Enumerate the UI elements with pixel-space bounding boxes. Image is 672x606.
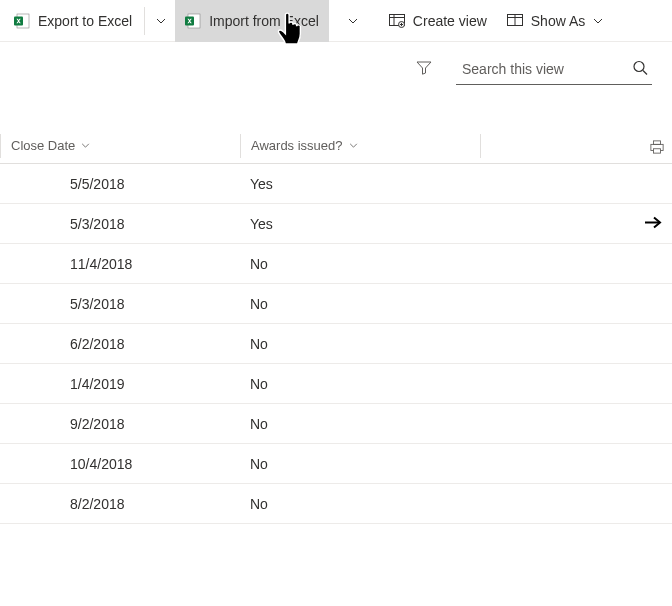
table-row[interactable]: 5/3/2018No xyxy=(0,284,672,324)
create-view-label: Create view xyxy=(413,13,487,29)
column-header-extra xyxy=(480,134,672,158)
cell-close-date: 5/3/2018 xyxy=(0,216,240,232)
cell-close-date: 5/5/2018 xyxy=(0,176,240,192)
table-row[interactable]: 5/5/2018Yes xyxy=(0,164,672,204)
separator xyxy=(144,7,145,35)
cell-close-date: 8/2/2018 xyxy=(0,496,240,512)
cell-close-date: 1/4/2019 xyxy=(0,376,240,392)
data-grid: Close Date Awards issued? 5/5/2018Yes5/3… xyxy=(0,128,672,524)
command-bar: Export to Excel Import from Excel Create… xyxy=(0,0,672,42)
svg-rect-15 xyxy=(654,141,661,145)
table-row[interactable]: 6/2/2018No xyxy=(0,324,672,364)
excel-icon xyxy=(14,13,30,29)
cell-close-date: 10/4/2018 xyxy=(0,456,240,472)
create-view-button[interactable]: Create view xyxy=(379,0,497,42)
table-row[interactable]: 11/4/2018No xyxy=(0,244,672,284)
chevron-down-icon xyxy=(156,18,166,24)
column-header-close-date[interactable]: Close Date xyxy=(0,134,240,158)
cell-close-date: 6/2/2018 xyxy=(0,336,240,352)
chevron-down-icon xyxy=(348,18,358,24)
svg-rect-17 xyxy=(654,149,661,153)
table-header: Close Date Awards issued? xyxy=(0,128,672,164)
cell-awards: No xyxy=(240,296,480,312)
cell-close-date: 5/3/2018 xyxy=(0,296,240,312)
table-row[interactable]: 9/2/2018No xyxy=(0,404,672,444)
search-bar xyxy=(0,42,672,96)
cell-awards: No xyxy=(240,456,480,472)
table-row[interactable]: 1/4/2019No xyxy=(0,364,672,404)
export-label: Export to Excel xyxy=(38,13,132,29)
table-body: 5/5/2018Yes5/3/2018Yes11/4/2018No5/3/201… xyxy=(0,164,672,524)
filter-button[interactable] xyxy=(408,53,440,85)
table-row[interactable]: 5/3/2018Yes xyxy=(0,204,672,244)
chevron-down-icon xyxy=(81,143,90,148)
table-row[interactable]: 8/2/2018No xyxy=(0,484,672,524)
search-box[interactable] xyxy=(456,53,652,85)
chevron-down-icon xyxy=(593,18,603,24)
export-dropdown[interactable] xyxy=(147,0,175,42)
column-label: Close Date xyxy=(11,138,75,153)
import-from-excel-button[interactable]: Import from Excel xyxy=(175,0,329,42)
column-header-awards[interactable]: Awards issued? xyxy=(240,134,480,158)
show-as-icon xyxy=(507,14,523,28)
cell-awards: No xyxy=(240,376,480,392)
funnel-icon xyxy=(416,60,432,79)
export-to-excel-button[interactable]: Export to Excel xyxy=(4,0,142,42)
import-label: Import from Excel xyxy=(209,13,319,29)
svg-point-13 xyxy=(634,61,644,71)
svg-line-14 xyxy=(643,70,647,74)
import-dropdown[interactable] xyxy=(339,0,367,42)
cell-close-date: 9/2/2018 xyxy=(0,416,240,432)
chevron-down-icon xyxy=(349,143,358,148)
search-icon xyxy=(632,59,648,78)
row-navigate-icon[interactable] xyxy=(644,215,662,232)
cell-awards: No xyxy=(240,256,480,272)
create-view-icon xyxy=(389,14,405,28)
search-input[interactable] xyxy=(456,53,652,84)
cell-awards: No xyxy=(240,416,480,432)
cell-close-date: 11/4/2018 xyxy=(0,256,240,272)
show-as-button[interactable]: Show As xyxy=(497,0,613,42)
column-label: Awards issued? xyxy=(251,138,343,153)
cell-awards: No xyxy=(240,496,480,512)
cell-awards: No xyxy=(240,336,480,352)
cell-awards: Yes xyxy=(240,216,480,232)
excel-icon xyxy=(185,13,201,29)
cell-awards: Yes xyxy=(240,176,480,192)
table-row[interactable]: 10/4/2018No xyxy=(0,444,672,484)
show-as-label: Show As xyxy=(531,13,585,29)
print-icon[interactable] xyxy=(650,140,664,157)
